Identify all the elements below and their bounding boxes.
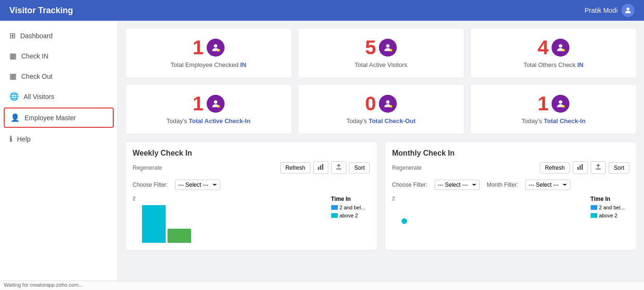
stat-icon-1 — [207, 39, 225, 57]
svg-rect-18 — [579, 166, 581, 170]
sidebar-item-all-visitors[interactable]: 🌐 All Visitors — [0, 86, 117, 107]
status-text: Waiting for creatorapp.zoho.com... — [4, 282, 83, 288]
status-bar: Waiting for creatorapp.zoho.com... — [0, 281, 644, 290]
weekly-y-label: 2 — [133, 196, 135, 201]
sidebar-item-label: All Visitors — [24, 93, 54, 100]
weekly-filter-row: Choose Filter: --- Select --- — [133, 180, 370, 190]
visitors-icon: 🌐 — [9, 92, 19, 101]
stat-card-employee-checkin: 1 Total Employee Checked IN — [125, 28, 292, 78]
sidebar-item-dashboard[interactable]: ⊞ Dashboard — [0, 25, 117, 46]
monthly-refresh-button[interactable]: Refresh — [540, 162, 570, 174]
weekly-legend-label-1: 2 and bel... — [340, 205, 365, 210]
sidebar-item-employee-master[interactable]: 👤 Employee Master — [4, 108, 114, 128]
weekly-upload-icon[interactable] — [331, 161, 346, 174]
weekly-legend-label-2: above 2 — [340, 213, 358, 218]
svg-point-3 — [386, 44, 390, 48]
stat-icon-5 — [379, 95, 397, 113]
svg-point-4 — [390, 49, 393, 52]
monthly-regenerate-label: Regenerate — [392, 165, 422, 171]
monthly-legend-label-1: 2 and bel... — [599, 205, 625, 210]
stat-number-4: 1 — [192, 94, 203, 114]
app-header: Visitor Tracking Pratik Modi — [0, 0, 644, 21]
svg-rect-19 — [582, 164, 583, 170]
sidebar: ⊞ Dashboard ▦ Check IN ▦ Check Out 🌐 All… — [0, 21, 118, 281]
weekly-chart-title: Weekly Check In — [133, 149, 370, 157]
weekly-bar-chart-icon[interactable] — [313, 161, 328, 174]
stat-label-4: Today's Total Active Check-In — [167, 117, 251, 124]
monthly-legend-blue-box — [591, 205, 597, 210]
checkin-icon: ▦ — [9, 51, 17, 60]
stat-number-6: 1 — [537, 94, 548, 114]
monthly-month-filter-label: Month Filter: — [487, 182, 519, 188]
weekly-chart-card: Weekly Check In Regenerate Refresh Sort — [125, 141, 377, 250]
monthly-filter-select[interactable]: --- Select --- — [435, 180, 480, 190]
legend-teal-box — [331, 213, 338, 218]
stat-card-active-visitors: 5 Total Active Visitors — [298, 28, 465, 78]
monthly-legend-item-1: 2 and bel... — [591, 205, 625, 210]
monthly-filter-label: Choose Filter: — [392, 182, 427, 188]
monthly-legend-item-2: above 2 — [591, 213, 625, 218]
stat-icon-4 — [207, 95, 225, 113]
stat-label-3: Total Others Check IN — [524, 61, 584, 68]
weekly-toolbar-actions: Refresh Sort — [280, 161, 370, 174]
monthly-legend-teal-box — [591, 213, 597, 218]
stats-grid: 1 Total Employee Checked IN 5 — [125, 28, 637, 134]
content-area: 1 Total Employee Checked IN 5 — [118, 21, 644, 281]
monthly-chart-area: 2 Time In 2 and bel... — [392, 196, 629, 243]
svg-point-7 — [214, 100, 217, 104]
svg-point-11 — [559, 100, 562, 104]
main-layout: ⊞ Dashboard ▦ Check IN ▦ Check Out 🌐 All… — [0, 21, 644, 281]
svg-point-12 — [562, 105, 565, 108]
stat-label-6: Today's Total Check-In — [521, 117, 585, 124]
monthly-filter-row: Choose Filter: --- Select --- Month Filt… — [392, 180, 629, 190]
username: Pratik Modi — [585, 7, 618, 14]
app-title: Visitor Tracking — [9, 6, 73, 16]
svg-rect-17 — [577, 167, 579, 170]
weekly-sort-button[interactable]: Sort — [349, 162, 370, 174]
weekly-filter-label: Choose Filter: — [133, 182, 168, 188]
svg-point-0 — [627, 8, 629, 10]
employee-icon: 👤 — [10, 113, 20, 122]
stat-number-3: 4 — [537, 38, 548, 58]
sidebar-item-checkout[interactable]: ▦ Check Out — [0, 66, 117, 86]
monthly-dot — [401, 218, 407, 224]
monthly-upload-icon[interactable] — [591, 161, 606, 174]
sidebar-item-label: Check Out — [21, 73, 52, 80]
stat-number-1: 1 — [192, 38, 203, 58]
user-avatar — [621, 4, 635, 17]
sidebar-item-label: Dashboard — [20, 32, 53, 40]
weekly-refresh-button[interactable]: Refresh — [280, 162, 310, 174]
weekly-bars — [142, 205, 191, 243]
svg-point-8 — [217, 105, 220, 108]
svg-rect-16 — [336, 169, 342, 170]
help-icon: ℹ — [9, 134, 12, 143]
monthly-sort-button[interactable]: Sort — [609, 162, 629, 174]
weekly-bar-2 — [167, 229, 191, 243]
monthly-legend-title: Time In — [591, 196, 625, 202]
monthly-month-filter-select[interactable]: --- Select --- — [525, 180, 570, 190]
weekly-legend-item-2: above 2 — [331, 213, 365, 218]
sidebar-item-help[interactable]: ℹ Help — [0, 129, 117, 149]
svg-rect-14 — [320, 166, 321, 170]
svg-point-6 — [562, 49, 565, 52]
stat-card-today-active: 1 Today's Total Active Check-In — [125, 84, 292, 134]
sidebar-item-label: Check IN — [21, 52, 49, 60]
weekly-chart-area: 2 Time In 2 and bel... — [133, 196, 370, 243]
weekly-filter-select[interactable]: --- Select --- — [175, 180, 220, 190]
checkout-icon: ▦ — [9, 72, 17, 81]
monthly-chart-toolbar: Regenerate Refresh Sort — [392, 161, 629, 174]
svg-point-1 — [214, 44, 217, 48]
monthly-chart-title: Monthly Check In — [392, 149, 629, 157]
monthly-chart-card: Monthly Check In Regenerate Refresh Sort — [385, 141, 637, 250]
stat-icon-6 — [552, 95, 569, 113]
sidebar-item-checkin[interactable]: ▦ Check IN — [0, 46, 117, 66]
monthly-toolbar-actions: Refresh Sort — [540, 161, 629, 174]
stat-card-today-checkout: 0 Today's Total Check-Out — [298, 84, 465, 134]
svg-point-9 — [386, 100, 390, 104]
stat-label-1: Total Employee Checked IN — [171, 61, 246, 68]
svg-point-10 — [390, 105, 393, 108]
dashboard-icon: ⊞ — [9, 31, 16, 40]
stat-number-5: 0 — [365, 94, 376, 114]
monthly-bar-chart-icon[interactable] — [573, 161, 588, 174]
charts-grid: Weekly Check In Regenerate Refresh Sort — [125, 141, 637, 250]
